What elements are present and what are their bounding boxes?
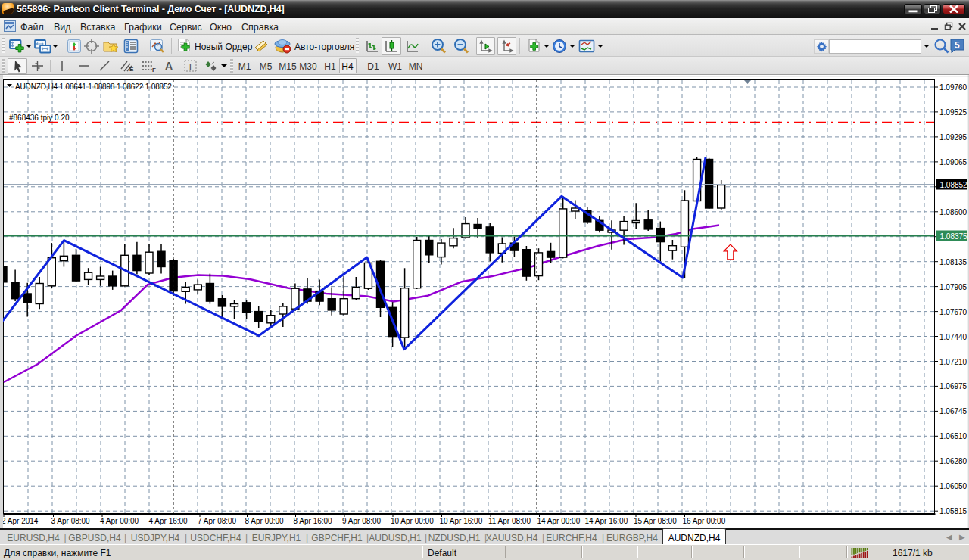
svg-text:15 Apr 08:00: 15 Apr 08:00 bbox=[634, 517, 677, 525]
svg-text:1.06050: 1.06050 bbox=[939, 482, 967, 490]
svg-text:AUDNZD,H4 1.08641 1.08898 1.0: AUDNZD,H4 1.08641 1.08898 1.08622 1.0885… bbox=[15, 82, 172, 91]
svg-text:1.07670: 1.07670 bbox=[939, 308, 967, 316]
svg-text:1.08135: 1.08135 bbox=[939, 258, 967, 266]
svg-text:1.08852: 1.08852 bbox=[940, 181, 968, 189]
svg-text:2 Apr 2014: 2 Apr 2014 bbox=[2, 517, 39, 525]
svg-text:T: T bbox=[188, 62, 193, 71]
svg-text:1.05815: 1.05815 bbox=[939, 507, 967, 515]
svg-text:10 Apr 00:00: 10 Apr 00:00 bbox=[391, 517, 434, 525]
svg-text:5: 5 bbox=[955, 40, 960, 51]
svg-text:10 Apr 16:00: 10 Apr 16:00 bbox=[440, 517, 483, 525]
svg-text:8 Apr 00:00: 8 Apr 00:00 bbox=[245, 517, 285, 525]
svg-text:3 Apr 08:00: 3 Apr 08:00 bbox=[51, 517, 91, 525]
svg-text:E: E bbox=[129, 66, 134, 73]
svg-text:1.06975: 1.06975 bbox=[939, 382, 967, 390]
svg-text:#868436 tpiy 0.20: #868436 tpiy 0.20 bbox=[9, 114, 70, 122]
svg-text:7 Apr 08:00: 7 Apr 08:00 bbox=[198, 517, 237, 525]
svg-text:9 Apr 08:00: 9 Apr 08:00 bbox=[342, 517, 382, 525]
svg-text:1.07210: 1.07210 bbox=[939, 358, 967, 366]
svg-text:16 Apr 00:00: 16 Apr 00:00 bbox=[683, 517, 726, 525]
svg-text:1.08600: 1.08600 bbox=[939, 208, 967, 216]
svg-text:1.09065: 1.09065 bbox=[939, 158, 967, 166]
svg-text:1.06510: 1.06510 bbox=[939, 432, 967, 440]
svg-text:14 Apr 00:00: 14 Apr 00:00 bbox=[537, 517, 581, 525]
svg-text:14 Apr 16:00: 14 Apr 16:00 bbox=[585, 517, 628, 525]
svg-text:F: F bbox=[152, 67, 156, 73]
svg-text:1.09295: 1.09295 bbox=[939, 133, 967, 142]
svg-text:8 Apr 16:00: 8 Apr 16:00 bbox=[294, 517, 333, 525]
svg-text:1.09525: 1.09525 bbox=[939, 108, 967, 117]
svg-text:4 Apr 00:00: 4 Apr 00:00 bbox=[100, 517, 139, 525]
svg-text:1.06745: 1.06745 bbox=[939, 407, 967, 415]
svg-text:1.07440: 1.07440 bbox=[939, 333, 967, 341]
svg-text:1.07905: 1.07905 bbox=[939, 283, 967, 291]
svg-text:1.08375: 1.08375 bbox=[940, 232, 968, 241]
svg-text:11 Apr 08:00: 11 Apr 08:00 bbox=[488, 517, 531, 525]
svg-text:1.09760: 1.09760 bbox=[939, 83, 967, 92]
svg-text:4 Apr 16:00: 4 Apr 16:00 bbox=[149, 517, 189, 525]
svg-text:1.06280: 1.06280 bbox=[939, 457, 967, 465]
